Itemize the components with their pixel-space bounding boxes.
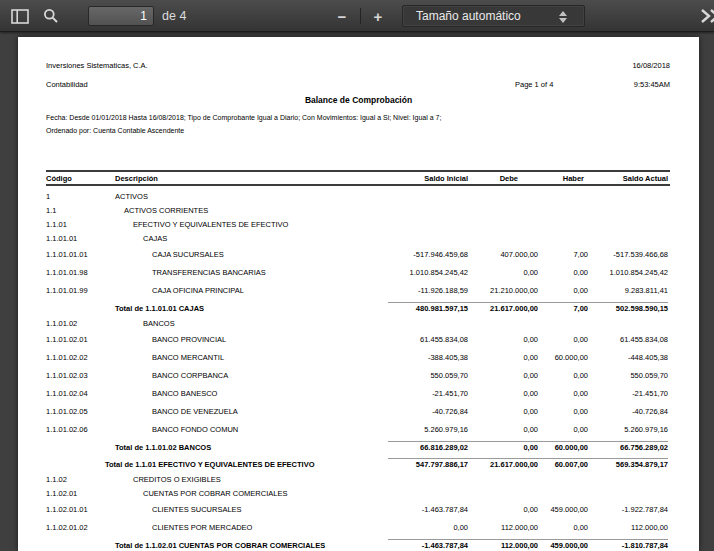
saldo-actual-cell: 66.756.289,02: [620, 439, 668, 456]
description-cell: BANCO FONDO COMUN: [152, 421, 238, 439]
toolbar-overflow-button[interactable]: [698, 5, 714, 27]
zoom-level-select[interactable]: Tamaño automático: [402, 5, 585, 27]
code-cell: 1.1.01.01.98: [46, 264, 88, 282]
saldo-inicial-cell: 5.260.979,16: [424, 421, 468, 439]
debe-cell: 0,00: [523, 367, 538, 385]
saldo-inicial-cell: 480.981.597,15: [416, 300, 468, 317]
table-row: 1.1.01.02BANCOS: [18, 317, 699, 331]
code-cell: 1.1.01.01: [46, 232, 77, 246]
saldo-inicial-cell: 61.455.834,08: [420, 331, 468, 349]
zoom-out-button[interactable]: −: [329, 5, 355, 27]
haber-cell: 60.007,00: [555, 456, 588, 473]
table-row: 1.1.01.02.04BANCO BANESCO-21.451,700,000…: [18, 385, 699, 403]
double-chevron-right-icon: [699, 8, 714, 24]
table-row: 1.1.02.01.02CLIENTES POR MERCADEO0,00112…: [18, 519, 699, 537]
table-row: 1.1.02.01CUENTAS POR COBRAR COMERCIALES: [18, 487, 699, 501]
table-row: 1.1.01.02.05BANCO DE VENEZUELA-40.726,84…: [18, 403, 699, 421]
description-cell: CAJA SUCURSALES: [152, 246, 224, 264]
debe-cell: 0,00: [523, 501, 538, 519]
table-header-bottom-rule: [46, 184, 670, 186]
table-row: Total de 1.1.01.02 BANCOS66.816.289,020,…: [18, 439, 699, 456]
saldo-inicial-cell: -1.463.787,84: [422, 501, 468, 519]
report-date: 16/08/2018: [632, 61, 670, 70]
report-filters-line1: Fecha: Desde 01/01/2018 Hasta 16/08/2018…: [46, 114, 441, 121]
haber-cell: 60.000,00: [555, 439, 588, 456]
description-cell: Total de 1.1.01.01 CAJAS: [115, 300, 204, 317]
table-row: 1.1.01.02.03BANCO CORPBANCA550.059,700,0…: [18, 367, 699, 385]
page-number-input[interactable]: [88, 6, 154, 26]
debe-cell: 21.210.000,00: [490, 282, 538, 300]
module-name: Contabilidad: [46, 80, 88, 89]
code-cell: 1.1: [46, 204, 56, 218]
search-button[interactable]: [38, 5, 64, 27]
description-cell: CUENTAS POR COBRAR COMERCIALES: [143, 487, 287, 501]
description-cell: BANCO BANESCO: [152, 385, 217, 403]
column-header-saldo-inicial: Saldo Inicial: [424, 174, 468, 183]
report-title: Balance de Comprobación: [18, 95, 699, 105]
saldo-actual-cell: 502.598.590,15: [616, 300, 668, 317]
code-cell: 1.1.01.02.01: [46, 331, 88, 349]
saldo-actual-cell: 550.059,70: [630, 367, 668, 385]
code-cell: 1.1.02.01: [46, 487, 77, 501]
saldo-actual-cell: 1.010.854.245,42: [610, 264, 668, 282]
haber-cell: 0,00: [573, 385, 588, 403]
table-row: 1.1.01.01.98TRANSFERENCIAS BANCARIAS1.01…: [18, 264, 699, 282]
debe-cell: 0,00: [523, 349, 538, 367]
table-row: 1.1.01.01.01CAJA SUCURSALES-517.946.459,…: [18, 246, 699, 264]
description-cell: BANCO PROVINCIAL: [152, 331, 226, 349]
haber-cell: 0,00: [573, 331, 588, 349]
table-row: Total de 1.1.01.01 CAJAS480.981.597,1521…: [18, 300, 699, 317]
description-cell: Total de 1.1.01 EFECTIVO Y EQUIVALENTES …: [105, 456, 315, 473]
table-row: 1.1.01.01CAJAS: [18, 232, 699, 246]
saldo-actual-cell: 112.000,00: [631, 519, 668, 537]
saldo-inicial-cell: -517.946.459,68: [413, 246, 468, 264]
description-cell: CLIENTES POR MERCADEO: [152, 519, 252, 537]
saldo-actual-cell: -517.539.466,68: [613, 246, 668, 264]
description-cell: BANCO CORPBANCA: [152, 367, 228, 385]
debe-cell: 0,00: [523, 403, 538, 421]
haber-cell: 0,00: [573, 403, 588, 421]
description-cell: BANCOS: [143, 317, 175, 331]
code-cell: 1: [46, 190, 50, 204]
report-filters-line2: Ordenado por: Cuenta Contable Ascendente: [46, 127, 184, 134]
description-cell: TRANSFERENCIAS BANCARIAS: [152, 264, 266, 282]
haber-cell: 7,00: [573, 246, 588, 264]
table-row: 1.1.02.01.01CLIENTES SUCURSALES-1.463.78…: [18, 501, 699, 519]
description-cell: CAJAS: [143, 232, 167, 246]
saldo-inicial-cell: -1.463.787,84: [422, 537, 468, 551]
description-cell: Total de 1.1.02.01 CUENTAS POR COBRAR CO…: [115, 537, 325, 551]
haber-cell: 0,00: [573, 282, 588, 300]
zoom-in-button[interactable]: +: [365, 5, 391, 27]
code-cell: 1.1.01.02.05: [46, 403, 88, 421]
code-cell: 1.1.02: [46, 473, 67, 487]
code-cell: 1.1.02.01.01: [46, 501, 88, 519]
sidebar-toggle-button[interactable]: [7, 5, 33, 27]
code-cell: 1.1.01.02: [46, 317, 77, 331]
saldo-inicial-cell: -388.405,38: [428, 349, 468, 367]
debe-cell: 21.617.000,00: [490, 300, 538, 317]
description-cell: BANCO DE VENEZUELA: [152, 403, 238, 421]
column-header-haber: Haber: [563, 174, 584, 183]
debe-cell: 21.617.000,00: [490, 456, 538, 473]
table-row: 1.1.01.01.99CAJA OFICINA PRINCIPAL-11.92…: [18, 282, 699, 300]
debe-cell: 0,00: [523, 264, 538, 282]
description-cell: CLIENTES SUCURSALES: [152, 501, 242, 519]
code-cell: 1.1.01.02.06: [46, 421, 88, 439]
saldo-actual-cell: 61.455.834,08: [620, 331, 668, 349]
code-cell: 1.1.01.01.01: [46, 246, 88, 264]
table-row: Total de 1.1.02.01 CUENTAS POR COBRAR CO…: [18, 537, 699, 551]
description-cell: BANCO MERCANTIL: [152, 349, 224, 367]
pdf-page: Inversiones Sistematicas, C.A. 16/08/201…: [18, 37, 699, 551]
table-row: 1.1.01.02.06BANCO FONDO COMUN5.260.979,1…: [18, 421, 699, 439]
saldo-inicial-cell: 547.797.886,17: [416, 456, 468, 473]
table-row: Total de 1.1.01 EFECTIVO Y EQUIVALENTES …: [18, 456, 699, 473]
table-row: 1.1.01EFECTIVO Y EQUIVALENTES DE EFECTIV…: [18, 218, 699, 232]
code-cell: 1.1.02.01.02: [46, 519, 88, 537]
table-row: 1.1.02CREDITOS O EXIGIBLES: [18, 473, 699, 487]
description-cell: ACTIVOS CORRIENTES: [124, 204, 208, 218]
description-cell: Total de 1.1.01.02 BANCOS: [115, 439, 211, 456]
table-header-top-rule: [46, 170, 670, 172]
saldo-inicial-cell: 66.816.289,02: [420, 439, 468, 456]
company-name: Inversiones Sistematicas, C.A.: [46, 61, 148, 70]
saldo-actual-cell: -448.405,38: [628, 349, 668, 367]
